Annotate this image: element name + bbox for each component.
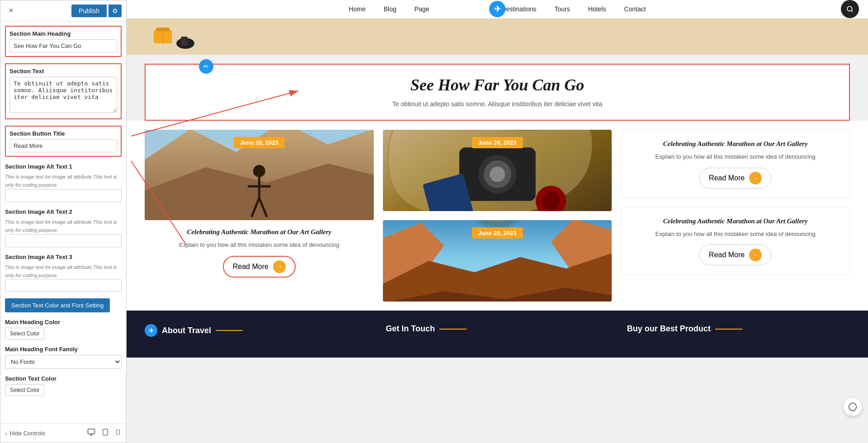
footer-logo-icon: ✈: [145, 324, 157, 337]
section-sub-text-display: Te obtinuit ut adepto satis somno. Aliis…: [164, 99, 831, 109]
blog-cards-right: Celebrating Authentic Marathon at Our Ar…: [621, 130, 850, 302]
footer-title-line-2: [439, 329, 467, 330]
image-alt3-group: Section Image Alt Text 3 This is image t…: [5, 254, 122, 292]
section-text-color-select-button[interactable]: Select Color: [5, 384, 44, 396]
section-text-input[interactable]: Te obtinuit ut adepto satis somno. Aliis…: [9, 77, 117, 113]
logo-icon: ✈: [489, 1, 505, 17]
content-wrapper: ✏ See How Far You Can Go Te obtinuit ut …: [127, 55, 868, 358]
section-text-color-font-button[interactable]: Section Text Color and Font Setting: [5, 298, 110, 312]
svg-point-30: [542, 192, 560, 211]
blog-card-3-read-more-label: Read More: [709, 174, 745, 182]
blog-card-1-body: Celebrating Authentic Marathon at Our Ar…: [145, 220, 374, 285]
blog-card-5-arrow-icon: →: [749, 249, 762, 261]
main-heading-color-group: Main Heading Color Select Color: [5, 319, 122, 339]
svg-rect-11: [181, 37, 188, 46]
image-alt3-label: Section Image Alt Text 3: [5, 254, 122, 260]
svg-rect-0: [88, 429, 95, 434]
section-button-title-group: Section Button Title: [5, 126, 122, 157]
scroll-indicator[interactable]: [844, 398, 862, 416]
main-heading-color-label: Main Heading Color: [5, 319, 122, 325]
desktop-view-button[interactable]: [86, 427, 96, 439]
blog-card-2-image: June 28, 2023: [383, 130, 612, 211]
nav-logo: ✈: [489, 1, 505, 17]
nav-blog[interactable]: Blog: [384, 5, 396, 13]
footer-title-line-1: [216, 330, 243, 331]
section-main-heading-label: Section Main Heading: [9, 30, 117, 37]
panel-content: Section Main Heading Section Text Te obt…: [0, 21, 126, 423]
nav-home[interactable]: Home: [349, 5, 365, 13]
hero-image: [145, 21, 199, 52]
publish-button[interactable]: Publish: [71, 5, 107, 17]
blog-grid: June 28, 2023 Celebrating Authentic Mara…: [127, 121, 868, 311]
blog-card-2: June 28, 2023: [383, 130, 612, 211]
footer-product: Buy our Best Product: [627, 324, 850, 344]
blog-card-3: Celebrating Authentic Marathon at Our Ar…: [621, 130, 850, 198]
blog-card-3-read-more[interactable]: Read More →: [699, 168, 771, 189]
hide-controls-label: Hide Controls: [9, 430, 45, 437]
footer-contact: Get In Touch: [386, 324, 609, 344]
section-heading-box: See How Far You Can Go Te obtinuit ut ad…: [145, 64, 850, 121]
svg-rect-3: [117, 430, 120, 434]
nav-tours[interactable]: Tours: [554, 5, 570, 13]
mobile-view-button[interactable]: [114, 427, 122, 439]
svg-rect-1: [103, 429, 108, 435]
main-heading-font-select[interactable]: No Fonts: [5, 355, 122, 369]
main-heading-color-select-button[interactable]: Select Color: [5, 328, 44, 339]
footer: ✈ About Travel Get In Touch Buy our Best…: [127, 311, 868, 358]
publish-group: Publish ⚙: [71, 5, 122, 17]
blog-card-3-arrow-icon: →: [749, 172, 762, 184]
panel-header: × Publish ⚙: [0, 0, 126, 21]
panel-footer: ‹ Hide Controls: [0, 423, 126, 443]
section-text-color-label: Section Text Color: [5, 375, 122, 382]
section-text-group: Section Text Te obtinuit ut adepto satis…: [5, 63, 122, 119]
blog-card-4-date: June 28, 2023: [472, 227, 523, 239]
main-heading-font-family-group: Main Heading Font Family No Fonts: [5, 346, 122, 369]
nav-hotels[interactable]: Hotels: [588, 5, 606, 13]
edit-pencil-button[interactable]: ✏: [199, 59, 213, 74]
image-alt2-input[interactable]: [5, 234, 122, 247]
top-nav: ✈ Home Blog Page Destinations Tours Hote…: [127, 0, 868, 19]
blog-card-1-image: June 28, 2023: [145, 130, 374, 220]
blog-card-1-date: June 28, 2023: [234, 137, 285, 148]
settings-button[interactable]: ⚙: [108, 5, 122, 17]
nav-page[interactable]: Page: [415, 5, 429, 13]
svg-point-18: [253, 165, 265, 177]
image-alt3-input[interactable]: [5, 279, 122, 292]
blog-card-3-title: Celebrating Authentic Marathon at Our Ar…: [630, 139, 840, 149]
blog-card-3-text: Explain to you how all this mistaken som…: [630, 152, 840, 161]
image-alt1-input[interactable]: [5, 189, 122, 202]
nav-destinations[interactable]: Destinations: [501, 5, 536, 13]
blog-cards-middle: June 28, 2023: [383, 130, 612, 302]
section-text-label: Section Text: [9, 68, 117, 75]
left-panel: × Publish ⚙ Section Main Heading Section…: [0, 0, 127, 443]
footer-grid: ✈ About Travel Get In Touch Buy our Best…: [145, 324, 850, 344]
footer-about-title: ✈ About Travel: [145, 324, 368, 337]
footer-product-title: Buy our Best Product: [627, 324, 850, 334]
search-button[interactable]: [841, 0, 859, 18]
blog-card-5-title: Celebrating Authentic Marathon at Our Ar…: [630, 217, 840, 226]
image-alt1-group: Section Image Alt Text 1 This is image t…: [5, 163, 122, 202]
close-button[interactable]: ×: [5, 4, 17, 17]
section-main-heading-display: See How Far You Can Go: [164, 75, 831, 94]
blog-card-1-arrow-icon: →: [273, 260, 286, 273]
nav-contact[interactable]: Contact: [624, 5, 646, 13]
blog-card-1-read-more-label: Read More: [233, 263, 269, 271]
tablet-view-button[interactable]: [101, 427, 110, 439]
blog-card-1-read-more[interactable]: Read More →: [223, 256, 296, 278]
section-main-heading-input[interactable]: [9, 39, 117, 52]
hero-strip: [127, 19, 868, 55]
svg-point-5: [847, 6, 852, 11]
blog-card-5-read-more[interactable]: Read More →: [699, 245, 771, 265]
section-text-color-group: Section Text Color Select Color: [5, 375, 122, 396]
footer-about: ✈ About Travel: [145, 324, 368, 344]
hide-controls-button[interactable]: ‹ Hide Controls: [5, 430, 45, 437]
section-button-title-input[interactable]: [9, 139, 117, 152]
blog-card-4: June 28, 2023: [383, 220, 612, 302]
blog-card-1: June 28, 2023 Celebrating Authentic Mara…: [145, 130, 374, 302]
blog-card-2-date: June 28, 2023: [472, 137, 523, 148]
svg-point-27: [490, 167, 505, 182]
blog-card-5-text: Explain to you how all this mistaken som…: [630, 230, 840, 239]
image-alt2-label: Section Image Alt Text 2: [5, 208, 122, 215]
image-alt2-group: Section Image Alt Text 2 This is image t…: [5, 208, 122, 247]
footer-icons: [86, 427, 122, 439]
